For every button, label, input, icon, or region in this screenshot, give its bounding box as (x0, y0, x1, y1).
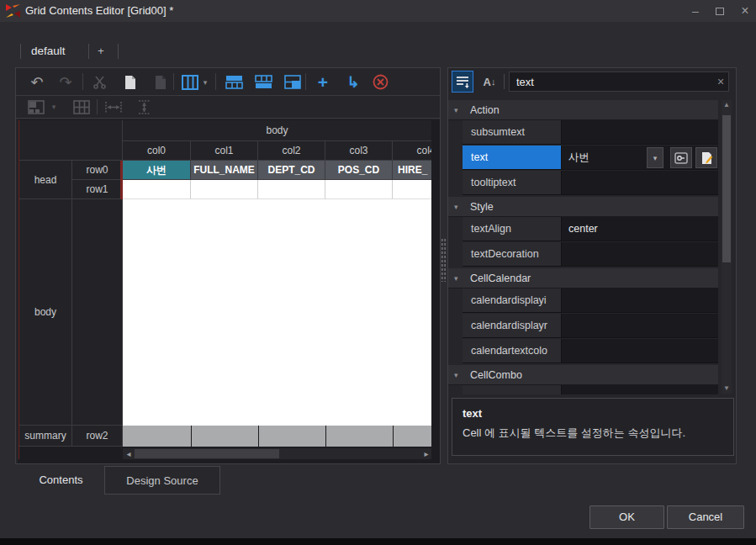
grid-column-header[interactable]: col1 (191, 141, 258, 161)
grid-column-header[interactable]: col0 (123, 141, 191, 161)
grid-summary-cell[interactable] (394, 426, 431, 447)
toolbar-divider (82, 73, 83, 90)
edit-value-icon[interactable] (695, 147, 717, 168)
grid-head-cell[interactable]: DEPT_CD (258, 161, 325, 180)
category-style[interactable]: ▾ Style (448, 197, 718, 217)
grid-row-label-row1[interactable]: row1 (72, 180, 123, 199)
paste-icon[interactable] (149, 71, 171, 93)
grid-band-label-body[interactable]: body (19, 199, 72, 426)
add-row-above-icon[interactable] (223, 71, 245, 93)
grid-corner-cell[interactable] (19, 120, 123, 161)
grid-head-cell[interactable]: FULL_NAME (191, 161, 258, 180)
prop-name-textalign[interactable]: textAlign (463, 217, 562, 241)
grid-head-row1-cell[interactable] (191, 180, 258, 199)
panel-splitter[interactable] (441, 238, 447, 282)
category-cellcombo[interactable]: ▾ CellCombo (448, 365, 718, 385)
description-body: Cell 에 표시될 텍스트를 설정하는 속성입니다. (463, 426, 723, 441)
scroll-up-icon[interactable]: ▲ (722, 100, 732, 110)
grid-summary-cell[interactable] (326, 426, 393, 447)
prop-value-calendardisplay1[interactable] (562, 288, 718, 313)
undo-icon[interactable]: ↶ (26, 71, 48, 93)
scroll-down-icon[interactable]: ▼ (722, 384, 732, 394)
tab-design-source[interactable]: Design Source (104, 466, 220, 495)
cut-icon[interactable] (88, 71, 110, 93)
prop-row-partial[interactable] (463, 385, 562, 394)
cancel-button[interactable]: Cancel (667, 505, 744, 529)
clear-search-icon[interactable]: × (714, 73, 727, 90)
grid-head-row1-cell[interactable] (123, 180, 191, 199)
maximize-icon[interactable] (711, 3, 729, 19)
grid-band-header-body[interactable]: body (123, 120, 431, 141)
grid-horizontal-scrollbar[interactable]: ◂ ▸ (123, 448, 431, 459)
close-icon[interactable]: × (736, 3, 754, 19)
alphabetical-sort-icon[interactable]: A↓ (478, 71, 500, 93)
equal-width-icon[interactable] (103, 98, 124, 116)
prop-value-subsumtext[interactable] (562, 120, 718, 145)
prop-row-partial[interactable] (562, 385, 718, 394)
grid-row-label-row0[interactable]: row0 (72, 161, 123, 180)
grid-head-cell[interactable]: HIRE_ (393, 161, 431, 180)
sheet-tab-default[interactable]: default (31, 40, 66, 62)
prop-name-calendartextcolor[interactable]: calendartextcolo (463, 339, 562, 363)
merge-cells-icon[interactable] (282, 71, 304, 93)
tab-contents[interactable]: Contents (19, 466, 103, 495)
prop-value-textalign[interactable]: center (562, 217, 718, 241)
prop-name-subsumtext[interactable]: subsumtext (463, 120, 562, 145)
grid-summary-cell[interactable] (192, 426, 258, 447)
grid-head-row1-cell[interactable] (393, 180, 431, 199)
scrollbar-thumb[interactable] (135, 449, 279, 458)
add-sheet-button[interactable]: + (98, 40, 104, 62)
category-action[interactable]: ▾ Action (448, 100, 718, 120)
delete-cell-icon[interactable] (369, 71, 391, 93)
grid-column-header[interactable]: col3 (325, 141, 393, 161)
property-scrollbar[interactable]: ▲ ▼ (722, 100, 732, 394)
prop-value-calendartextcolor[interactable] (562, 339, 718, 363)
prop-name-calendardisplay2[interactable]: calendardisplayr (463, 314, 562, 338)
description-title: text (463, 407, 723, 420)
category-cellcalendar[interactable]: ▾ CellCalendar (448, 268, 718, 288)
grid-column-header[interactable]: col2 (258, 141, 325, 161)
cell-style-icon[interactable] (26, 98, 46, 116)
prop-value-calendardisplay2[interactable] (562, 314, 718, 338)
grid-head-row1-cell[interactable] (325, 180, 393, 199)
scroll-left-icon[interactable]: ◂ (124, 448, 133, 459)
grid-head-cell-selected[interactable]: 사번 (123, 161, 191, 180)
grid-band-label-head[interactable]: head (19, 161, 72, 199)
minimize-icon[interactable]: – (686, 3, 705, 19)
grid-column-header[interactable]: col4 (393, 141, 431, 161)
collapse-icon: ▾ (454, 106, 458, 114)
equal-height-icon[interactable] (134, 98, 154, 116)
grid-contents-editor-dialog: { "colors": { "accent_blue": "#3b97e4", … (0, 0, 756, 545)
grid-band-label-summary[interactable]: summary (19, 426, 72, 447)
value-dropdown-icon[interactable]: ▾ (647, 147, 663, 168)
grid-summary-cell[interactable] (123, 426, 191, 447)
prop-value-textdecoration[interactable] (562, 242, 718, 267)
show-grid-icon[interactable] (71, 98, 92, 116)
grid-body-area[interactable] (123, 199, 431, 426)
grid-body-row-label[interactable] (72, 199, 123, 426)
add-row-below-icon[interactable] (252, 71, 274, 93)
scrollbar-thumb[interactable] (722, 115, 731, 262)
bind-expression-icon[interactable] (670, 147, 692, 168)
title-bar[interactable]: Grid Contents Editor [Grid00] * – × (0, 0, 756, 22)
grid-head-row1-cell[interactable] (258, 180, 325, 199)
redo-icon[interactable]: ↷ (55, 71, 77, 93)
ok-button[interactable]: OK (589, 505, 664, 529)
scroll-right-icon[interactable]: ▸ (422, 448, 431, 459)
add-cell-icon[interactable]: + (312, 71, 334, 93)
categorized-view-icon[interactable] (452, 71, 473, 93)
property-search-input[interactable] (509, 71, 729, 92)
band-view-icon[interactable] (179, 71, 201, 93)
prop-name-tooltiptext[interactable]: tooltiptext (463, 171, 562, 195)
cell-style-caret-icon[interactable]: ▾ (48, 98, 60, 116)
prop-value-tooltiptext[interactable] (562, 171, 718, 195)
band-view-caret-icon[interactable]: ▾ (199, 71, 211, 93)
prop-name-text[interactable]: text (463, 146, 562, 170)
grid-head-cell[interactable]: POS_CD (325, 161, 393, 180)
move-cell-icon[interactable]: ↳ (342, 71, 364, 93)
copy-icon[interactable] (119, 71, 140, 93)
prop-name-calendardisplay1[interactable]: calendardisplayi (463, 288, 562, 313)
grid-summary-cell[interactable] (259, 426, 325, 447)
grid-row-label-row2[interactable]: row2 (72, 426, 123, 447)
prop-name-textdecoration[interactable]: textDecoration (463, 242, 562, 267)
